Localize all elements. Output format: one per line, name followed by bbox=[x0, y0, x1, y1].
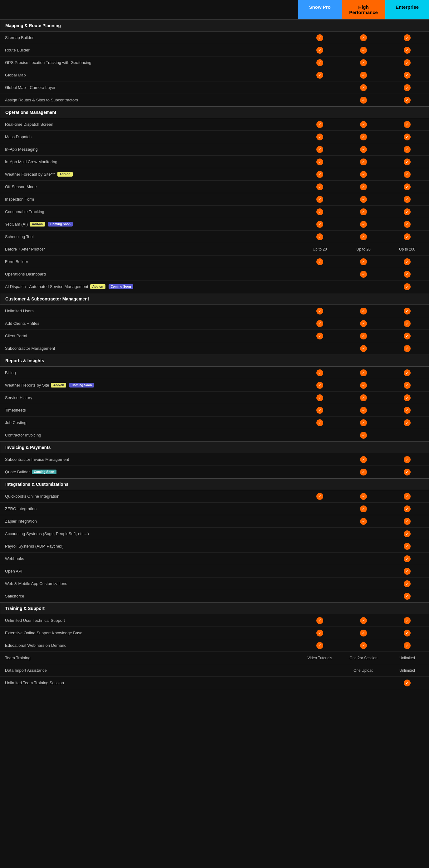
feature-name-5-1: ZERO Integration bbox=[0, 504, 298, 514]
feature-cell-check: ✓ bbox=[342, 45, 385, 55]
check-icon: ✓ bbox=[316, 333, 323, 339]
feature-cell-check: ✓ bbox=[385, 628, 429, 638]
header-col-2[interactable]: Enterprise bbox=[385, 0, 429, 19]
check-icon: ✓ bbox=[316, 146, 323, 153]
feature-name-6-1: Extensive Online Support Knowledge Base bbox=[0, 628, 298, 638]
feature-cell-check: ✓ bbox=[385, 319, 429, 328]
feature-name-5-5: Webhooks bbox=[0, 554, 298, 563]
check-icon: ✓ bbox=[360, 171, 367, 178]
check-icon: ✓ bbox=[316, 183, 323, 190]
feature-cell-check: ✓ bbox=[385, 182, 429, 192]
feature-cell-check: ✓ bbox=[385, 257, 429, 267]
check-icon: ✓ bbox=[404, 183, 410, 190]
feature-cell-check: ✓ bbox=[385, 554, 429, 563]
feature-row-4-0: Subcontractor Invoice Management ✓ ✓ bbox=[0, 453, 429, 466]
feature-name-5-2: Zapier Integration bbox=[0, 516, 298, 526]
feature-label: Unlimited Users bbox=[5, 309, 34, 313]
feature-cell-empty bbox=[298, 99, 342, 101]
check-icon: ✓ bbox=[316, 221, 323, 228]
feature-name-1-12: Operations Dashboard bbox=[0, 269, 298, 279]
feature-row-6-0: Unlimited User Technical Support ✓ ✓ ✓ bbox=[0, 614, 429, 627]
check-icon: ✓ bbox=[316, 171, 323, 178]
check-icon: ✓ bbox=[404, 59, 410, 66]
feature-cell-text: Unlimited bbox=[385, 667, 429, 674]
check-icon: ✓ bbox=[360, 493, 367, 500]
feature-row-2-3: Subcontractor Management ✓ ✓ bbox=[0, 342, 429, 355]
feature-cell-empty bbox=[298, 273, 342, 276]
feature-cell-check: ✓ bbox=[385, 83, 429, 92]
feature-cell-check: ✓ bbox=[298, 492, 342, 501]
feature-name-1-9: Scheduling Tool bbox=[0, 232, 298, 242]
check-icon: ✓ bbox=[360, 234, 367, 240]
feature-cell-check: ✓ bbox=[298, 641, 342, 650]
feature-name-5-7: Web & Mobile App Customizations bbox=[0, 579, 298, 588]
feature-row-3-3: Timesheets ✓ ✓ ✓ bbox=[0, 404, 429, 416]
feature-row-3-0: Billing ✓ ✓ ✓ bbox=[0, 367, 429, 379]
feature-cell-check: ✓ bbox=[342, 257, 385, 267]
feature-cell-check: ✓ bbox=[385, 541, 429, 551]
feature-name-3-2: Service History bbox=[0, 393, 298, 402]
check-icon: ✓ bbox=[360, 345, 367, 352]
feature-cell-check: ✓ bbox=[342, 641, 385, 650]
check-icon: ✓ bbox=[404, 555, 410, 562]
check-icon: ✓ bbox=[316, 617, 323, 624]
check-icon: ✓ bbox=[404, 543, 410, 550]
check-icon: ✓ bbox=[316, 320, 323, 327]
feature-cell-check: ✓ bbox=[342, 132, 385, 142]
header-col-1[interactable]: High Performance bbox=[342, 0, 385, 19]
check-icon: ✓ bbox=[316, 394, 323, 401]
feature-label: GPS Precise Location Tracking with Geofe… bbox=[5, 60, 91, 65]
feature-label: Operations Dashboard bbox=[5, 272, 46, 276]
check-icon: ✓ bbox=[404, 97, 410, 103]
feature-row-0-2: GPS Precise Location Tracking with Geofe… bbox=[0, 57, 429, 69]
check-icon: ✓ bbox=[360, 333, 367, 339]
check-icon: ✓ bbox=[316, 308, 323, 314]
check-icon: ✓ bbox=[360, 394, 367, 401]
feature-label: Service History bbox=[5, 395, 32, 400]
feature-cell-check: ✓ bbox=[385, 492, 429, 501]
check-icon: ✓ bbox=[360, 158, 367, 165]
check-icon: ✓ bbox=[404, 617, 410, 624]
feature-label: Quickbooks Online Integration bbox=[5, 494, 59, 499]
feature-row-3-4: Job Costing ✓ ✓ ✓ bbox=[0, 416, 429, 429]
feature-cell-check: ✓ bbox=[385, 270, 429, 279]
section-header-5: Integrations & Customizations bbox=[0, 478, 429, 490]
feature-cell-check: ✓ bbox=[342, 157, 385, 166]
feature-label: Scheduling Tool bbox=[5, 234, 34, 239]
feature-label: Weather Reports by Site bbox=[5, 383, 49, 388]
feature-cell-check: ✓ bbox=[385, 517, 429, 526]
feature-row-6-5: Unlimited Team Training Session ✓ bbox=[0, 677, 429, 689]
feature-row-5-2: Zapier Integration ✓ ✓ bbox=[0, 515, 429, 528]
check-icon: ✓ bbox=[360, 59, 367, 66]
feature-cell-text: Up to 200 bbox=[385, 246, 429, 253]
check-icon: ✓ bbox=[404, 530, 410, 537]
feature-cell-check: ✓ bbox=[298, 132, 342, 142]
feature-row-6-4: Data Import Assistance One Upload Unlimi… bbox=[0, 664, 429, 677]
check-icon: ✓ bbox=[404, 456, 410, 463]
feature-cell-check: ✓ bbox=[342, 406, 385, 415]
feature-label: AI Dispatch - Automated Service Manageme… bbox=[5, 284, 88, 289]
feature-cell-empty bbox=[298, 520, 342, 523]
section-header-4: Invoicing & Payments bbox=[0, 441, 429, 453]
badge-addon: Add-on bbox=[51, 383, 66, 388]
feature-cell-check: ✓ bbox=[342, 220, 385, 229]
feature-name-4-1: Quote Builder Coming Soon bbox=[0, 467, 298, 477]
check-icon: ✓ bbox=[404, 84, 410, 91]
check-icon: ✓ bbox=[404, 333, 410, 339]
feature-cell-check: ✓ bbox=[385, 220, 429, 229]
feature-cell-check: ✓ bbox=[298, 418, 342, 428]
feature-row-0-1: Route Builder ✓ ✓ ✓ bbox=[0, 44, 429, 57]
feature-cell-text: One Upload bbox=[342, 667, 385, 674]
header-col-0[interactable]: Snow Pro bbox=[298, 0, 342, 19]
feature-label: Job Costing bbox=[5, 420, 27, 425]
feature-cell-text: Up to 20 bbox=[298, 246, 342, 253]
feature-label: Before + After Photos* bbox=[5, 247, 45, 251]
feature-label: Global Map—Camera Layer bbox=[5, 85, 56, 90]
feature-cell-check: ✓ bbox=[342, 170, 385, 179]
section-header-2: Customer & Subcontractor Management bbox=[0, 293, 429, 305]
check-icon: ✓ bbox=[316, 369, 323, 376]
feature-cell-check: ✓ bbox=[385, 393, 429, 402]
feature-cell-check: ✓ bbox=[298, 319, 342, 328]
feature-cell-check: ✓ bbox=[298, 207, 342, 217]
feature-label: Client Portal bbox=[5, 334, 27, 338]
